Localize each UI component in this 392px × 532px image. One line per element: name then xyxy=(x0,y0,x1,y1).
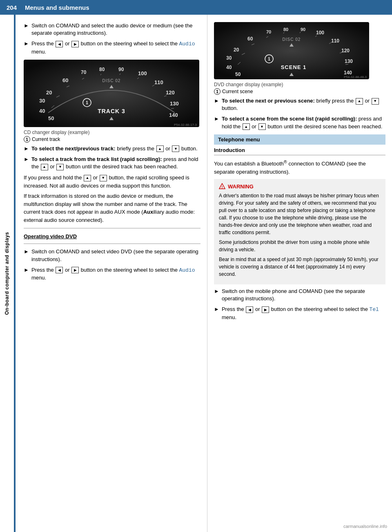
prev-button-icon: ◀ xyxy=(56,267,63,273)
extra-paragraph-1: If you press and hold the ▲ or ▼ button,… xyxy=(24,174,200,190)
menu-name: Audio xyxy=(179,41,195,47)
bullet-text: Press the ◀ or ▶ button on the steering … xyxy=(222,306,385,321)
list-item: ► Switch on COMAND and select the audio … xyxy=(24,22,200,37)
intro-heading: Introduction xyxy=(214,147,385,155)
svg-text:140: 140 xyxy=(169,112,178,118)
down-button-icon: ▼ xyxy=(258,123,266,130)
warning-triangle-icon: ! xyxy=(219,183,225,190)
up-button-icon: ▲ xyxy=(156,145,164,152)
cd-current-text: Current track xyxy=(32,136,60,142)
svg-text:90: 90 xyxy=(301,27,305,32)
dvd-caption-text: DVD changer display (example) xyxy=(214,82,283,87)
up-button-icon: ▲ xyxy=(243,123,250,130)
list-item: ► To select the next or previous scene: … xyxy=(214,97,385,112)
menu-name: Tel xyxy=(369,306,379,313)
svg-text:40: 40 xyxy=(226,65,232,70)
bullet-text: To select a track from the track list (r… xyxy=(31,156,200,170)
header-bar: 204 Menus and submenus xyxy=(0,0,392,15)
op-video-heading: Operating video DVD xyxy=(24,233,200,239)
svg-text:120: 120 xyxy=(341,48,350,54)
intro-text: You can establish a Bluetooth® connectio… xyxy=(214,159,385,176)
svg-text:1: 1 xyxy=(86,101,88,105)
warning-title: ! WARNING xyxy=(219,183,381,190)
bullet-text: To select a scene from the scene list (r… xyxy=(222,115,385,130)
dvd-current-text: Current scene xyxy=(222,89,253,94)
svg-text:1: 1 xyxy=(268,57,270,61)
svg-text:100: 100 xyxy=(316,30,324,36)
extra-paragraph-2: If track information is stored on the au… xyxy=(24,192,200,224)
svg-text:140: 140 xyxy=(344,70,352,76)
page-number: 204 xyxy=(7,4,17,11)
content-area: ► Switch on COMAND and select the audio … xyxy=(16,15,392,532)
bullet-arrow-icon: ► xyxy=(214,98,219,104)
bullet-text: Press the ◀ or ▶ button on the steering … xyxy=(31,40,200,55)
svg-text:80: 80 xyxy=(99,67,105,72)
warning-box: ! WARNING A driver's attention to the ro… xyxy=(214,179,385,284)
dvd-current-scene: 1 Current scene xyxy=(214,88,385,95)
svg-text:DISC 02: DISC 02 xyxy=(102,78,121,83)
bold-heading: To select a track from the track list (r… xyxy=(31,156,162,162)
sidebar: On-board computer and displays xyxy=(0,15,16,532)
telephone-menu-header: Telephone menu xyxy=(214,134,385,145)
up-button-icon: ▲ xyxy=(84,175,91,181)
list-item: ► To select the next/previous track: bri… xyxy=(24,145,200,152)
svg-text:DISC 02: DISC 02 xyxy=(283,37,301,42)
bullet-arrow-icon: ► xyxy=(214,288,219,294)
svg-text:!: ! xyxy=(222,185,223,189)
svg-text:40: 40 xyxy=(39,108,45,114)
list-item: ► To select a track from the track list … xyxy=(24,156,200,170)
cd-caption: CD changer display (example) xyxy=(24,130,200,135)
svg-text:20: 20 xyxy=(46,89,52,96)
bullet-arrow-icon: ► xyxy=(24,145,29,152)
bullet-text: To select the next/previous track: brief… xyxy=(31,145,198,152)
main-layout: On-board computer and displays ► Switch … xyxy=(0,15,392,532)
bullet-text: Switch on COMAND and select the audio de… xyxy=(31,22,200,37)
warning-para-1: A driver's attention to the road must al… xyxy=(219,192,381,236)
bold-aux: Aux xyxy=(143,209,154,215)
dvd-gauge-svg: 20 30 40 50 60 70 80 90 100 110 120 130 … xyxy=(214,22,369,79)
svg-text:50: 50 xyxy=(235,72,241,77)
svg-text:110: 110 xyxy=(154,79,163,85)
list-item: ► Switch on the mobile phone and COMAND … xyxy=(214,288,385,302)
bold-heading: To select the next/previous track: xyxy=(31,145,116,152)
sidebar-label: On-board computer and displays xyxy=(4,232,10,315)
prev-button-icon: ◀ xyxy=(56,41,63,47)
circle-number: 1 xyxy=(24,136,30,143)
bullet-arrow-icon: ► xyxy=(24,22,29,29)
up-button-icon: ▲ xyxy=(356,98,363,105)
list-item: ► Press the ◀ or ▶ button on the steerin… xyxy=(214,306,385,321)
list-item: ► Press the ◀ or ▶ button on the steerin… xyxy=(24,266,200,282)
left-column: ► Switch on COMAND and select the audio … xyxy=(16,15,207,532)
next-button-icon: ▶ xyxy=(71,267,79,273)
bold-heading: To select the next or previous scene: xyxy=(222,98,315,104)
cd-caption-text: CD changer display (example) xyxy=(24,130,89,135)
bullet-arrow-icon: ► xyxy=(24,248,29,255)
svg-text:130: 130 xyxy=(345,58,353,64)
list-item: ► Press the ◀ or ▶ button on the steerin… xyxy=(24,40,200,55)
dvd-display-image: 20 30 40 50 60 70 80 90 100 110 120 130 … xyxy=(214,22,369,79)
right-column: 20 30 40 50 60 70 80 90 100 110 120 130 … xyxy=(207,15,392,532)
svg-text:SCENE 1: SCENE 1 xyxy=(281,64,307,70)
bullet-arrow-icon: ► xyxy=(24,267,29,273)
svg-text:P54-32-88-48-3: P54-32-88-48-3 xyxy=(344,75,367,79)
list-item: ► Switch on COMAND and select video DVD … xyxy=(24,248,200,263)
down-button-icon: ▼ xyxy=(172,145,179,152)
svg-text:TRACK 3: TRACK 3 xyxy=(98,108,125,114)
svg-text:90: 90 xyxy=(118,67,124,72)
divider xyxy=(24,244,200,244)
menu-name: Audio xyxy=(179,267,195,273)
prev-button-icon: ◀ xyxy=(246,306,253,313)
down-button-icon: ▼ xyxy=(372,98,379,105)
svg-text:70: 70 xyxy=(81,69,87,75)
down-button-icon: ▼ xyxy=(56,164,64,170)
warning-para-2: Some jurisdictions prohibit the driver f… xyxy=(219,239,381,253)
svg-text:30: 30 xyxy=(39,98,45,104)
divider xyxy=(24,228,200,228)
bullet-text: Switch on the mobile phone and COMAND (s… xyxy=(222,288,385,302)
svg-text:130: 130 xyxy=(170,101,179,107)
bullet-text: To select the next or previous scene: br… xyxy=(222,97,385,112)
svg-text:30: 30 xyxy=(226,55,232,61)
svg-text:P54-32-88-17-3: P54-32-88-17-3 xyxy=(174,123,197,127)
cd-display-image: 20 30 40 50 60 70 80 90 100 110 120 130 … xyxy=(24,60,199,127)
svg-text:60: 60 xyxy=(247,36,253,42)
